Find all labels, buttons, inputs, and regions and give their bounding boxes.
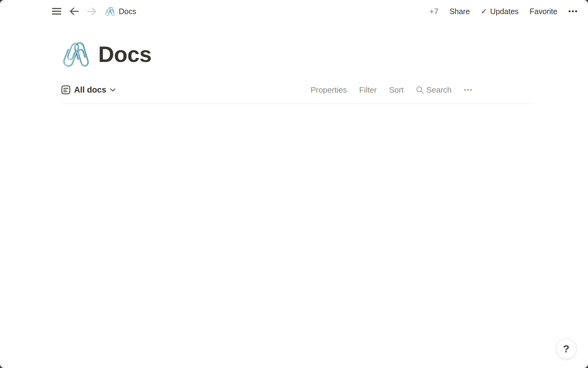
more-options-icon[interactable]: ••• [568,7,578,15]
page-emoji-icon: 🖇️ [61,43,90,66]
table-top-divider [61,104,531,104]
app-window: 🖇️ Docs +7 Share ✓ Updates Favorite ••• … [0,0,588,368]
sort-button[interactable]: Sort [389,85,404,95]
page-content: 🖇️ Docs All docs Properties Filter Sort … [61,23,531,104]
search-icon [416,86,424,94]
search-label: Search [426,85,451,95]
page-header: 🖇️ Docs [61,23,531,67]
new-doc-dropdown-button[interactable] [517,83,531,97]
sidebar-menu-icon[interactable] [52,8,61,15]
chevron-down-icon [521,88,526,91]
toolbar-actions: Properties Filter Sort Search ••• New [311,83,531,97]
top-bar-actions: +7 Share ✓ Updates Favorite ••• [419,7,578,16]
minimize-window-button[interactable] [21,8,28,14]
new-doc-button-group: New [485,83,531,97]
breadcrumb[interactable]: Docs [119,7,136,16]
close-window-button[interactable] [9,8,15,14]
breadcrumb-doc-icon: 🖇️ [105,6,115,16]
view-switcher[interactable]: All docs [61,85,115,95]
updates-label: Updates [490,7,518,16]
filter-button[interactable]: Filter [359,85,377,95]
toolbar-more-icon[interactable]: ••• [464,86,473,94]
chevron-down-icon [110,88,115,92]
new-doc-button[interactable]: New [485,83,516,97]
help-button[interactable]: ? [556,339,576,359]
zoom-window-button[interactable] [34,8,40,14]
forward-arrow-icon[interactable] [87,7,97,16]
avatar-overflow-count[interactable]: +7 [429,7,439,16]
page-title: Docs [98,42,152,67]
back-arrow-icon[interactable] [69,7,79,16]
favorite-button[interactable]: Favorite [530,7,557,16]
checkmark-icon: ✓ [481,7,487,16]
properties-button[interactable]: Properties [311,85,347,95]
search-button[interactable]: Search [416,85,451,95]
doc-list-icon [61,85,70,94]
share-button[interactable]: Share [450,7,470,16]
traffic-lights [9,8,40,14]
window-top-bar: 🖇️ Docs +7 Share ✓ Updates Favorite ••• [0,0,588,23]
view-toolbar: All docs Properties Filter Sort Search •… [61,83,531,97]
view-label: All docs [74,85,106,95]
updates-button[interactable]: ✓ Updates [481,7,518,16]
